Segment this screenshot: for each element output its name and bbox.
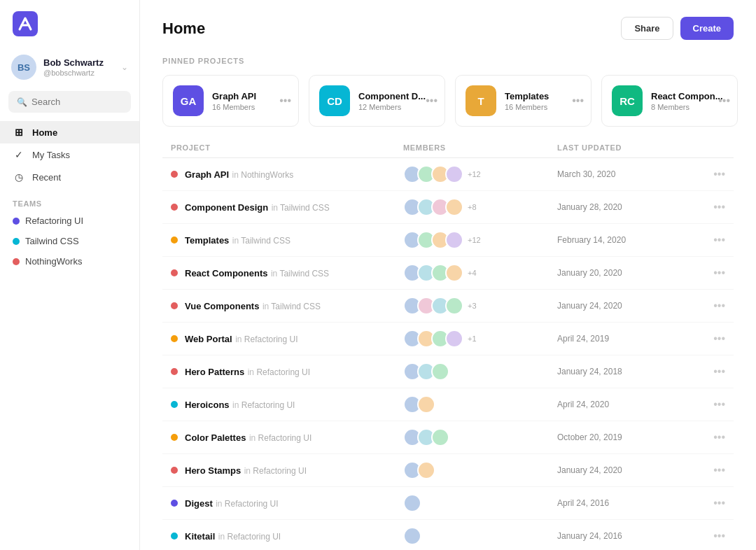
teams-section-label: TEAMS xyxy=(0,191,139,211)
table-row[interactable]: Graph API in NothingWorks +12 March 30, … xyxy=(162,158,734,191)
member-avatar xyxy=(445,231,463,249)
project-team: in Tailwind CSS xyxy=(262,302,321,311)
status-dot xyxy=(171,171,178,178)
last-updated: January 28, 2020 xyxy=(557,202,697,212)
more-options-icon[interactable]: ••• xyxy=(697,201,725,213)
team-label: Tailwind CSS xyxy=(25,236,79,246)
member-count: +12 xyxy=(468,236,481,244)
sidebar-item-nothingworks[interactable]: NothingWorks xyxy=(0,251,139,272)
pinned-card-name: React Compon... xyxy=(651,91,723,101)
table-row[interactable]: Web Portal in Refactoring UI +1 April 24… xyxy=(162,323,734,355)
more-options-icon[interactable]: ••• xyxy=(697,332,725,345)
last-updated: January 20, 2020 xyxy=(557,268,697,278)
member-avatars xyxy=(403,494,557,512)
sidebar-item-home[interactable]: ⊞ Home xyxy=(0,121,139,143)
member-avatars xyxy=(403,395,557,414)
table-row[interactable]: Templates in Tailwind CSS +12 February 1… xyxy=(162,224,734,257)
create-button[interactable]: Create xyxy=(680,17,734,40)
sidebar-item-tailwind[interactable]: Tailwind CSS xyxy=(0,231,139,251)
member-avatars: +8 xyxy=(403,198,557,216)
member-avatars xyxy=(403,461,557,479)
sidebar: BS Bob Schwartz @bobschwartz ⌄ 🔍 ⊞ Home … xyxy=(0,0,140,550)
more-options-icon[interactable]: ••• xyxy=(697,464,725,477)
table-row[interactable]: React Components in Tailwind CSS +4 Janu… xyxy=(162,257,734,290)
table-row[interactable]: Kitetail in Refactoring UI January 24, 2… xyxy=(162,520,734,550)
pinned-card-name: Component D... xyxy=(358,91,426,101)
search-input[interactable] xyxy=(31,97,122,107)
table-row[interactable]: Hero Stamps in Refactoring UI January 24… xyxy=(162,454,734,487)
status-dot xyxy=(171,335,178,342)
table-row[interactable]: Vue Components in Tailwind CSS +3 Januar… xyxy=(162,290,734,323)
member-avatar xyxy=(403,527,421,545)
last-updated: April 24, 2020 xyxy=(557,400,697,409)
share-button[interactable]: Share xyxy=(621,17,673,40)
status-dot xyxy=(171,204,178,211)
pinned-card-name: Templates xyxy=(505,91,549,101)
table-row[interactable]: Digest in Refactoring UI April 24, 2016 … xyxy=(162,487,734,520)
sidebar-item-label: Home xyxy=(32,127,57,138)
pinned-card-templates[interactable]: T Templates 16 Members ••• xyxy=(455,75,592,127)
table-row[interactable]: Color Palettes in Refactoring UI October… xyxy=(162,421,734,454)
table-row[interactable]: Hero Patterns in Refactoring UI January … xyxy=(162,355,734,388)
more-options-icon[interactable]: ••• xyxy=(697,497,725,509)
pinned-card-component-design[interactable]: CD Component D... 12 Members ••• xyxy=(309,75,445,127)
sidebar-item-tasks[interactable]: ✓ My Tasks xyxy=(0,143,139,166)
table-row[interactable]: Component Design in Tailwind CSS +8 Janu… xyxy=(162,191,734,224)
pinned-card-react-components[interactable]: RC React Compon... 8 Members ••• xyxy=(601,75,738,127)
project-team: in Refactoring UI xyxy=(216,499,278,509)
last-updated: January 24, 2016 xyxy=(557,531,697,541)
user-name: Bob Schwartz xyxy=(43,57,114,69)
sidebar-item-recent[interactable]: ◷ Recent xyxy=(0,166,139,188)
status-dot xyxy=(171,401,178,408)
home-icon: ⊞ xyxy=(13,127,25,138)
more-options-icon[interactable]: ••• xyxy=(697,365,725,378)
more-options-icon[interactable]: ••• xyxy=(697,431,725,444)
more-options-icon[interactable]: ••• xyxy=(697,168,725,181)
project-name: Component Design xyxy=(185,202,268,213)
last-updated: January 24, 2020 xyxy=(557,301,697,311)
member-count: +8 xyxy=(468,203,477,211)
project-name: Hero Patterns xyxy=(185,367,244,377)
pinned-projects-section: PINNED PROJECTS GA Graph API 16 Members … xyxy=(140,40,756,138)
chevron-down-icon[interactable]: ⌄ xyxy=(121,62,128,72)
more-options-icon[interactable]: ••• xyxy=(697,234,725,246)
more-options-icon[interactable]: ••• xyxy=(697,267,725,279)
page-header: Home Share Create xyxy=(140,0,756,40)
svg-rect-0 xyxy=(13,11,38,36)
project-team: in Tailwind CSS xyxy=(232,236,290,246)
more-options-icon[interactable]: ••• xyxy=(697,398,725,411)
user-profile[interactable]: BS Bob Schwartz @bobschwartz ⌄ xyxy=(0,48,139,91)
project-team: in Refactoring UI xyxy=(244,466,307,476)
sidebar-item-label: My Tasks xyxy=(32,150,70,160)
project-name: Kitetail xyxy=(185,531,215,542)
sidebar-item-refactoring[interactable]: Refactoring UI xyxy=(0,211,139,231)
more-options-icon[interactable]: ••• xyxy=(279,94,291,107)
more-options-icon[interactable]: ••• xyxy=(572,94,584,107)
main-content: Home Share Create PINNED PROJECTS GA Gra… xyxy=(140,0,756,550)
more-options-icon[interactable]: ••• xyxy=(697,299,725,312)
status-dot xyxy=(171,368,178,375)
member-avatar xyxy=(445,264,463,282)
pinned-card-graph-api[interactable]: GA Graph API 16 Members ••• xyxy=(162,75,299,127)
project-name: Heroicons xyxy=(185,400,230,410)
member-avatars: +12 xyxy=(403,165,557,183)
table-row[interactable]: Heroicons in Refactoring UI April 24, 20… xyxy=(162,388,734,421)
search-box[interactable]: 🔍 xyxy=(8,91,131,113)
more-options-icon[interactable]: ••• xyxy=(426,94,438,107)
nav-section: ⊞ Home ✓ My Tasks ◷ Recent xyxy=(0,118,139,191)
project-team: in Tailwind CSS xyxy=(272,203,330,213)
col-updated: LAST UPDATED xyxy=(557,143,697,152)
member-avatar xyxy=(403,494,421,512)
page-title: Home xyxy=(162,20,205,38)
pinned-card-members: 8 Members xyxy=(651,103,723,111)
member-avatar xyxy=(445,198,463,216)
member-avatar xyxy=(417,461,435,479)
team-label: Refactoring UI xyxy=(25,216,83,226)
table-header: PROJECT MEMBERS LAST UPDATED xyxy=(162,138,734,158)
more-options-icon[interactable]: ••• xyxy=(718,94,730,107)
more-options-icon[interactable]: ••• xyxy=(697,530,725,542)
last-updated: January 24, 2020 xyxy=(557,465,697,475)
member-avatars xyxy=(403,362,557,381)
member-avatars: +3 xyxy=(403,297,557,315)
team-label: NothingWorks xyxy=(25,256,82,267)
